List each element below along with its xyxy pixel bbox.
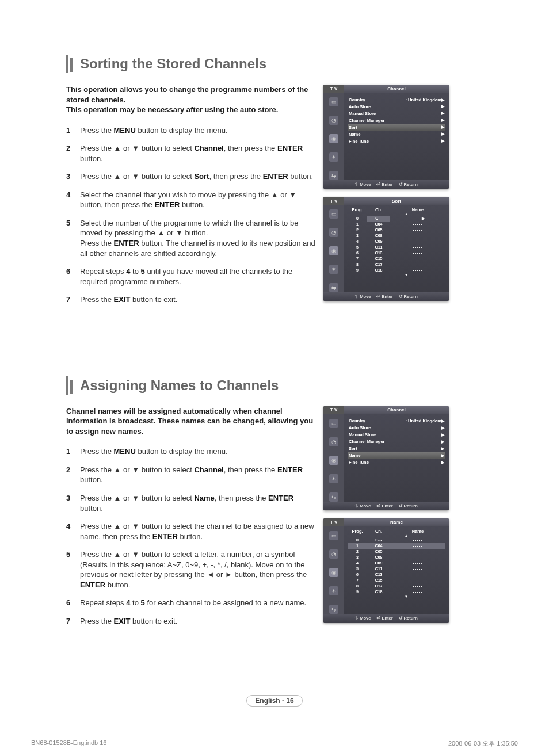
osd-name-list: T V Name ▭ ◔ ◉ ✶ ⇆: [323, 518, 449, 623]
heading-bar: Sorting the Stored Channels: [66, 55, 526, 73]
intro-text: This operation allows you to change the …: [66, 85, 317, 115]
osd-title: Channel: [344, 85, 449, 93]
step: Press the ▲ or ▼ button to select Channe…: [80, 143, 317, 163]
setup-icon: ✶: [329, 152, 338, 162]
osd-title: Sort: [344, 197, 449, 205]
accent-bar: [70, 58, 73, 72]
osd-footer: ⥮ Move ⏎ Enter ↺ Return: [323, 292, 449, 301]
osd-sidebar-icons: ▭ ◔ ◉ ✶ ⇆: [323, 526, 344, 614]
osd-sidebar-icons: ▭ ◔ ◉ ✶ ⇆: [323, 93, 344, 180]
step: Repeat steps 4 to 5 until you have moved…: [80, 266, 317, 287]
sound-icon: ◔: [329, 549, 338, 559]
accent-bar: [66, 55, 68, 73]
menu-item: Channel Manager: [349, 439, 385, 444]
osd-menu-list: Country: United Kingdom▶ Auto Store▶ Man…: [344, 93, 449, 180]
input-icon: ⇆: [329, 171, 338, 180]
channel-icon: ◉: [329, 246, 338, 255]
input-icon: ⇆: [329, 605, 338, 614]
return-hint: ↺ Return: [399, 182, 418, 187]
menu-item: Auto Store: [349, 425, 371, 430]
col-prog: Prog.: [348, 529, 367, 534]
file-name: BN68-01528B-Eng.indb 16: [31, 739, 106, 748]
menu-item: Country: [349, 97, 365, 102]
picture-icon: ▭: [329, 531, 338, 540]
col-prog: Prog.: [348, 207, 367, 212]
osd-title: Name: [344, 518, 449, 526]
steps-list: 1Press the MENU button to display the me…: [66, 446, 317, 626]
page-number: English - 16: [0, 695, 549, 707]
osd-channel-name: T V Channel ▭ ◔ ◉ ✶ ⇆: [323, 406, 449, 510]
accent-bar: [66, 376, 68, 395]
section-sorting: Sorting the Stored Channels This operati…: [66, 55, 526, 313]
step: Press the ▲ or ▼ button to select Sort, …: [80, 171, 317, 182]
intro-text: Channel names will be assigned automatic…: [66, 406, 317, 437]
section-naming: Assigning Names to Channels Channel name…: [66, 376, 526, 635]
col-ch: Ch.: [367, 207, 390, 212]
picture-icon: ▭: [329, 419, 338, 428]
osd-column: T V Channel ▭ ◔ ◉ ✶ ⇆: [323, 85, 449, 313]
osd-tv-label: T V: [323, 197, 344, 205]
osd-channel-table: Prog. Ch. Name ▲ 0C- ------▶ 1C04----- 2…: [344, 205, 449, 292]
menu-item-selected: Sort: [349, 125, 357, 130]
osd-footer: ⥮ Move ⏎ Enter ↺ Return: [323, 614, 449, 623]
timestamp: 2008-06-03 오후 1:35:50: [448, 739, 518, 748]
channel-icon: ◉: [329, 134, 338, 143]
step: Press the EXIT button to exit.: [80, 616, 317, 627]
imprint-footer: BN68-01528B-Eng.indb 16 2008-06-03 오후 1:…: [31, 739, 518, 748]
instructions-left: Channel names will be assigned automatic…: [66, 406, 317, 635]
channel-icon: ◉: [329, 568, 338, 577]
setup-icon: ✶: [329, 265, 338, 274]
step: Select the number of the programme to wh…: [80, 218, 317, 258]
menu-item-selected: Name: [349, 453, 360, 458]
input-icon: ⇆: [329, 492, 338, 502]
osd-sort-list: T V Sort ▭ ◔ ◉ ✶ ⇆: [323, 197, 449, 301]
step: Press the ▲ or ▼ button to select Name, …: [80, 493, 317, 513]
menu-item: Manual Store: [349, 432, 376, 437]
section-title: Sorting the Stored Channels: [80, 56, 266, 72]
menu-item: Auto Store: [349, 104, 371, 109]
col-name: Name: [390, 207, 445, 212]
osd-title: Channel: [344, 406, 449, 414]
osd-footer: ⥮ Move ⏎ Enter ↺ Return: [323, 502, 449, 510]
osd-tv-label: T V: [323, 518, 344, 526]
col-ch: Ch.: [367, 529, 390, 534]
picture-icon: ▭: [329, 209, 338, 219]
instructions-left: This operation allows you to change the …: [66, 85, 317, 313]
osd-menu-list: Country: United Kingdom▶ Auto Store▶ Man…: [344, 414, 449, 502]
step: Press the ▲ or ▼ button to select the ch…: [80, 521, 317, 541]
step: Repeat steps 4 to 5 for each channel to …: [80, 598, 317, 608]
menu-item: Fine Tune: [349, 460, 369, 465]
sound-icon: ◔: [329, 228, 338, 237]
channel-icon: ◉: [329, 456, 338, 465]
osd-channel-table: Prog. Ch. Name ▲ 0C- ------ 1C04----- 2C…: [344, 526, 449, 614]
down-arrow-icon: ▼: [367, 273, 445, 277]
step: Press the ▲ or ▼ button to select Channe…: [80, 465, 317, 485]
step: Press the ▲ or ▼ button to select a lett…: [80, 549, 317, 590]
osd-sidebar-icons: ▭ ◔ ◉ ✶ ⇆: [323, 414, 344, 502]
osd-tv-label: T V: [323, 406, 344, 414]
section-title: Assigning Names to Channels: [80, 377, 279, 394]
osd-tv-label: T V: [323, 85, 344, 93]
osd-sidebar-icons: ▭ ◔ ◉ ✶ ⇆: [323, 205, 344, 292]
down-arrow-icon: ▼: [367, 595, 445, 598]
sound-icon: ◔: [329, 437, 338, 446]
menu-item: Name: [349, 132, 360, 137]
menu-item: Sort: [349, 446, 357, 451]
step: Press the EXIT button to exit.: [80, 295, 317, 305]
menu-item: Manual Store: [349, 111, 376, 116]
setup-icon: ✶: [329, 586, 338, 595]
picture-icon: ▭: [329, 97, 338, 106]
col-name: Name: [390, 529, 445, 534]
accent-bar: [70, 380, 73, 394]
menu-item: Channel Manager: [349, 118, 385, 123]
enter-hint: ⏎ Enter: [376, 182, 392, 187]
input-icon: ⇆: [329, 283, 338, 292]
heading-bar: Assigning Names to Channels: [66, 376, 526, 395]
content-area: Sorting the Stored Channels This operati…: [0, 0, 549, 635]
sound-icon: ◔: [329, 116, 338, 125]
steps-list: 1Press the MENU button to display the me…: [66, 125, 317, 305]
osd-channel-sort: T V Channel ▭ ◔ ◉ ✶ ⇆: [323, 85, 449, 189]
step: Select the channel that you wish to move…: [80, 190, 317, 210]
page: Sorting the Stored Channels This operati…: [0, 0, 549, 756]
move-hint: ⥮ Move: [354, 182, 371, 187]
